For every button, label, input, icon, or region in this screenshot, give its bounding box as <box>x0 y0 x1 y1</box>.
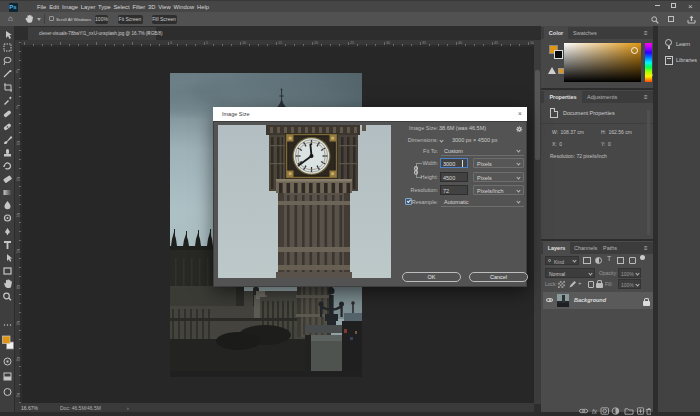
svg-text:fx: fx <box>592 408 598 415</box>
